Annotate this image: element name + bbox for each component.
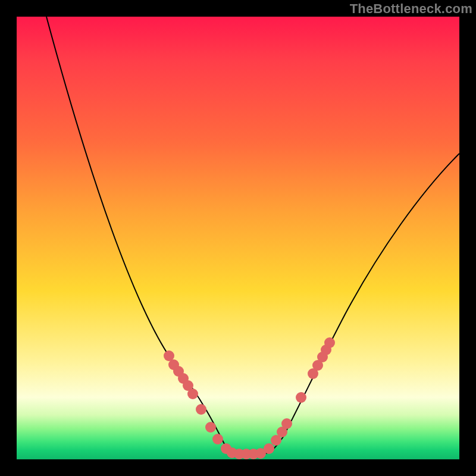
data-point — [187, 389, 198, 399]
data-point — [212, 434, 223, 444]
data-points-group — [164, 337, 335, 459]
data-point — [281, 418, 292, 429]
bottleneck-curve — [46, 17, 459, 454]
data-point — [264, 443, 274, 454]
data-point — [324, 337, 335, 348]
data-point — [296, 392, 306, 403]
data-point — [196, 404, 206, 415]
data-point — [205, 422, 216, 433]
plot-svg-layer — [17, 17, 459, 459]
plot-frame — [17, 17, 459, 459]
watermark-text: TheBottleneck.com — [350, 1, 472, 17]
